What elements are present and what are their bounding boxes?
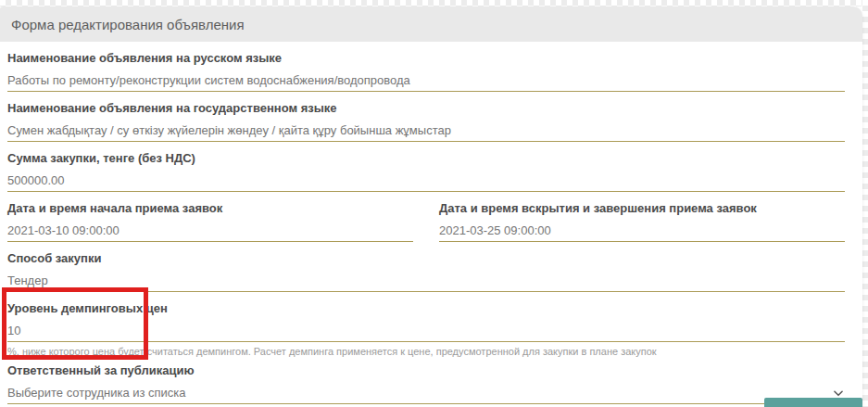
dates-row: Дата и время начала приема заявок Дата и… xyxy=(7,192,845,242)
name-ru-input[interactable] xyxy=(7,66,845,92)
start-date-label: Дата и время начала приема заявок xyxy=(7,201,413,216)
field-dumping-level: Уровень демпинговых цен %, ниже которого… xyxy=(7,292,845,358)
end-date-input[interactable] xyxy=(439,216,845,242)
announcement-edit-form-card: Форма редактирования объявления Наименов… xyxy=(0,6,862,407)
dumping-level-label: Уровень демпинговых цен xyxy=(7,301,845,316)
amount-input[interactable] xyxy=(7,166,845,192)
dumping-level-input[interactable] xyxy=(7,316,845,342)
end-date-label: Дата и время вскрытия и завершения прием… xyxy=(439,201,845,216)
form-body: Наименование объявления на русском языке… xyxy=(0,42,862,404)
name-ru-label: Наименование объявления на русском языке xyxy=(7,51,845,66)
form-header: Форма редактирования объявления xyxy=(0,6,862,42)
field-amount: Сумма закупки, тенге (без НДС) xyxy=(7,142,845,192)
method-label: Способ закупки xyxy=(7,251,845,266)
transparent-strip-top xyxy=(0,0,868,6)
name-kz-input[interactable] xyxy=(7,116,845,142)
start-date-input[interactable] xyxy=(7,216,413,242)
amount-label: Сумма закупки, тенге (без НДС) xyxy=(7,151,845,166)
responsible-select[interactable]: Выберите сотрудника из списка xyxy=(7,378,845,404)
field-end-date: Дата и время вскрытия и завершения прием… xyxy=(439,192,845,242)
responsible-select-placeholder: Выберите сотрудника из списка xyxy=(7,386,832,401)
name-kz-label: Наименование объявления на государственн… xyxy=(7,101,845,116)
dumping-level-hint: %, ниже которого цена будет считаться де… xyxy=(7,346,845,358)
field-start-date: Дата и время начала приема заявок xyxy=(7,192,413,242)
field-responsible: Ответственный за публикацию Выберите сот… xyxy=(7,358,845,404)
form-title: Форма редактирования объявления xyxy=(11,17,245,32)
transparent-strip-right xyxy=(862,0,868,407)
responsible-label: Ответственный за публикацию xyxy=(7,363,845,378)
field-name-kz: Наименование объявления на государственн… xyxy=(7,92,845,142)
field-name-ru: Наименование объявления на русском языке xyxy=(7,42,845,92)
field-method: Способ закупки xyxy=(7,242,845,292)
bottom-action-button[interactable] xyxy=(764,398,862,407)
method-input[interactable] xyxy=(7,266,845,292)
